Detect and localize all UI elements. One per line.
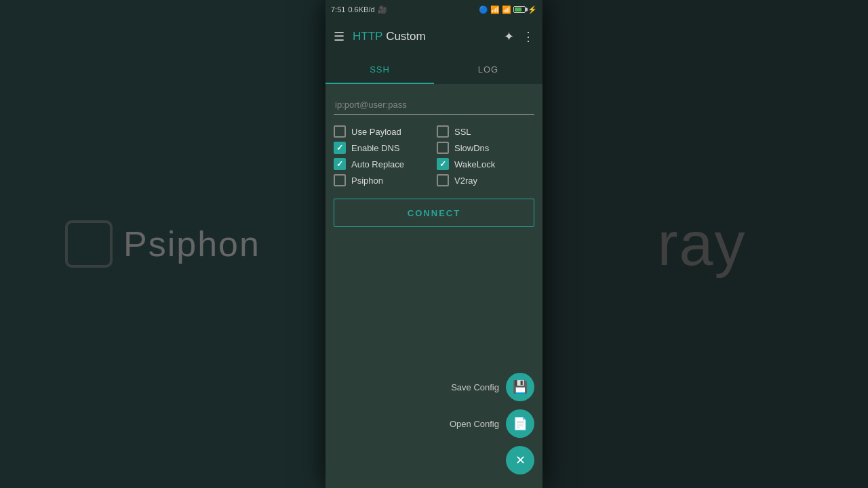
- bg-logo-icon: [65, 220, 113, 268]
- fab-close-row: ✕: [506, 446, 534, 474]
- more-icon[interactable]: ⋮: [522, 29, 534, 44]
- ip-input[interactable]: [334, 96, 534, 115]
- video-icon: 🎥: [378, 5, 387, 14]
- tab-ssh[interactable]: SSH: [326, 54, 434, 84]
- checkbox-auto-replace-label: Auto Replace: [351, 159, 404, 169]
- checkbox-grid: Use Payload SSL ✓ Enable DNS SlowDns: [334, 125, 534, 186]
- checkbox-psiphon[interactable]: Psiphon: [334, 174, 431, 186]
- save-config-icon: 💾: [513, 380, 528, 394]
- checkbox-v2ray[interactable]: V2ray: [437, 174, 534, 186]
- wifi-icon: 📶: [490, 5, 500, 14]
- checkbox-wakelock-box: ✓: [437, 158, 449, 170]
- battery-icon: [513, 6, 526, 13]
- status-data: 0.6KB/d: [348, 5, 374, 14]
- status-left: 7:51 0.6KB/d 🎥: [331, 5, 387, 14]
- checkbox-v2ray-label: V2ray: [454, 176, 477, 186]
- header-icons: ✦ ⋮: [504, 29, 534, 44]
- ip-input-container: [334, 96, 534, 115]
- main-content: Use Payload SSL ✓ Enable DNS SlowDns: [326, 85, 542, 488]
- checkbox-enable-dns-label: Enable DNS: [351, 143, 400, 153]
- open-config-label: Open Config: [450, 419, 499, 429]
- charging-icon: ⚡: [528, 5, 537, 14]
- close-icon: ✕: [515, 453, 526, 468]
- app-title: HTTP Custom: [353, 30, 496, 43]
- app-title-http: HTTP: [353, 30, 382, 43]
- bg-logo-text: Psiphon: [123, 224, 260, 264]
- checkbox-wakelock[interactable]: ✓ WakeLock: [437, 158, 534, 170]
- checkbox-auto-replace[interactable]: ✓ Auto Replace: [334, 158, 431, 170]
- checkbox-use-payload-label: Use Payload: [351, 127, 401, 137]
- save-config-label: Save Config: [451, 382, 499, 392]
- open-config-icon: 📄: [513, 416, 528, 431]
- status-time: 7:51: [331, 5, 345, 14]
- checkbox-ssl[interactable]: SSL: [437, 125, 534, 138]
- tabs: SSH LOG: [326, 54, 542, 85]
- connect-button[interactable]: CONNECT: [334, 199, 534, 227]
- phone-container: 7:51 0.6KB/d 🎥 🔵 📶 📶 ⚡ ☰ HTTP Custom ✦ ⋮…: [326, 0, 542, 488]
- checkbox-ssl-box: [437, 125, 449, 138]
- fab-area: Save Config 💾 Open Config 📄 ✕: [450, 373, 534, 474]
- tab-log[interactable]: LOG: [434, 54, 542, 84]
- checkbox-slow-dns-label: SlowDns: [454, 143, 489, 153]
- app-title-custom: Custom: [386, 30, 426, 43]
- open-config-button[interactable]: 📄: [506, 409, 534, 438]
- bg-right-text: ray: [657, 209, 746, 279]
- checkbox-wakelock-label: WakeLock: [454, 159, 495, 169]
- signal-icon: 📶: [502, 5, 511, 14]
- bg-left-panel: Psiphon: [0, 0, 326, 488]
- checkbox-enable-dns[interactable]: ✓ Enable DNS: [334, 142, 431, 154]
- checkbox-v2ray-box: [437, 174, 449, 186]
- checkbox-slow-dns[interactable]: SlowDns: [437, 142, 534, 154]
- checkbox-psiphon-box: [334, 174, 346, 186]
- open-config-row: Open Config 📄: [450, 409, 534, 438]
- checkbox-ssl-label: SSL: [454, 127, 471, 137]
- checkbox-use-payload[interactable]: Use Payload: [334, 125, 431, 138]
- checkbox-auto-replace-box: ✓: [334, 158, 346, 170]
- checkbox-use-payload-box: [334, 125, 346, 138]
- bg-logo: Psiphon: [65, 220, 260, 268]
- bg-right-panel: ray: [536, 0, 868, 488]
- save-config-button[interactable]: 💾: [506, 373, 534, 401]
- checkbox-enable-dns-box: ✓: [334, 142, 346, 154]
- status-bar: 7:51 0.6KB/d 🎥 🔵 📶 📶 ⚡: [326, 0, 542, 19]
- menu-icon[interactable]: ☰: [334, 29, 344, 44]
- battery-fill: [515, 7, 521, 12]
- status-right: 🔵 📶 📶 ⚡: [479, 5, 537, 14]
- checkbox-psiphon-label: Psiphon: [351, 176, 383, 186]
- fab-close-button[interactable]: ✕: [506, 446, 534, 474]
- app-header: ☰ HTTP Custom ✦ ⋮: [326, 19, 542, 54]
- bluetooth-icon: 🔵: [479, 5, 488, 14]
- star-icon[interactable]: ✦: [504, 29, 514, 44]
- save-config-row: Save Config 💾: [451, 373, 534, 401]
- checkbox-slow-dns-box: [437, 142, 449, 154]
